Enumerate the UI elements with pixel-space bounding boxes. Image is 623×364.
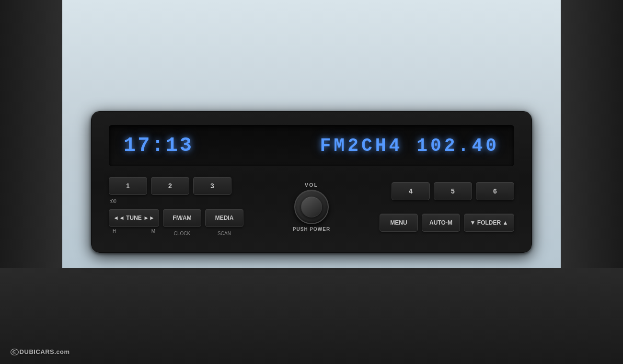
bottom-right-buttons: MENU AUTO-M ▼ FOLDER ▲ xyxy=(338,214,514,232)
preset-button-2[interactable]: 2 xyxy=(151,177,189,195)
push-power-label: PUSH POWER xyxy=(293,227,330,232)
tune-sub-h: H xyxy=(113,228,116,234)
fmam-sub-label: CLOCK xyxy=(174,231,190,236)
preset-sub-label: :00 xyxy=(110,199,116,204)
preset-button-1[interactable]: 1 xyxy=(109,177,147,195)
preset-group-left: 1 2 3 xyxy=(109,177,285,195)
folder-button[interactable]: ▼ FOLDER ▲ xyxy=(464,214,514,232)
right-controls: 4 5 6 MENU AUTO xyxy=(338,182,514,232)
preset-1-wrapper: 1 xyxy=(109,177,147,195)
volume-knob[interactable] xyxy=(294,190,329,224)
tune-wrapper: ◄◄ TUNE ►► H M xyxy=(109,209,159,234)
dashboard-surround xyxy=(0,268,623,364)
media-sub-label: SCAN xyxy=(218,231,231,236)
scene: 17:13 FM2CH4 102.40 1 2 3 xyxy=(0,0,623,364)
display-screen: 17:13 FM2CH4 102.40 xyxy=(109,125,514,166)
preset-button-3[interactable]: 3 xyxy=(193,177,231,195)
preset-button-5[interactable]: 5 xyxy=(434,182,472,200)
right-spacer xyxy=(338,200,514,210)
preset-6-wrapper: 6 xyxy=(476,182,514,200)
vol-label: VOL xyxy=(305,182,319,188)
menu-button[interactable]: MENU xyxy=(380,214,418,232)
main-controls: 1 2 3 :00 ◄◄ TUNE ►► xyxy=(109,177,514,237)
preset-2-wrapper: 2 xyxy=(151,177,189,195)
preset-button-4[interactable]: 4 xyxy=(392,182,430,200)
preset-group-right: 4 5 6 xyxy=(338,182,514,200)
tune-sub-labels: H M xyxy=(109,228,159,234)
watermark-text: DUBICARS.com xyxy=(20,348,70,355)
autom-wrapper: AUTO-M xyxy=(422,214,460,232)
left-controls: 1 2 3 :00 ◄◄ TUNE ►► xyxy=(109,177,285,237)
menu-wrapper: MENU xyxy=(380,214,418,232)
preset-3-wrapper: 3 xyxy=(193,177,231,195)
media-wrapper: MEDIA SCAN xyxy=(205,209,243,237)
fmam-wrapper: FM/AM CLOCK xyxy=(163,209,201,237)
radio-unit: 17:13 FM2CH4 102.40 1 2 3 xyxy=(91,111,532,253)
tune-sub-m: M xyxy=(151,228,155,234)
media-button[interactable]: MEDIA xyxy=(205,209,243,227)
preset-5-wrapper: 5 xyxy=(434,182,472,200)
tune-button[interactable]: ◄◄ TUNE ►► xyxy=(109,209,159,227)
bottom-left-buttons: ◄◄ TUNE ►► H M FM/AM CLOCK MEDIA xyxy=(109,209,285,237)
fmam-button[interactable]: FM/AM xyxy=(163,209,201,227)
volume-section: VOL PUSH POWER xyxy=(293,182,330,232)
folder-wrapper: ▼ FOLDER ▲ xyxy=(464,214,514,232)
preset-4-wrapper: 4 xyxy=(392,182,430,200)
copyright-symbol: © xyxy=(11,349,19,355)
display-station: FM2CH4 102.40 xyxy=(320,136,499,156)
volume-knob-inner xyxy=(301,196,322,217)
watermark: ©DUBICARS.com xyxy=(11,348,70,355)
autom-button[interactable]: AUTO-M xyxy=(422,214,460,232)
preset-button-6[interactable]: 6 xyxy=(476,182,514,200)
display-time: 17:13 xyxy=(124,134,194,157)
